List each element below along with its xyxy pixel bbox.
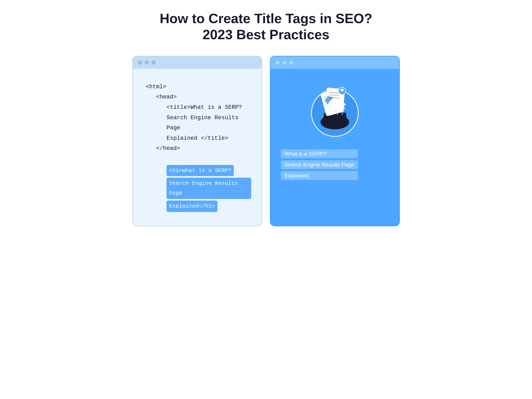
h1-highlight-2: Search Engine Results Page — [167, 178, 251, 199]
window-dot-4 — [276, 61, 280, 65]
code-line-title-1: <title>What is a SERP? — [146, 102, 251, 113]
serp-illustration — [304, 77, 366, 139]
svg-rect-7 — [343, 112, 346, 119]
serp-labels: What is a SERP? Search Engine Results Pa… — [278, 149, 358, 180]
code-highlight-3: Explained</h1> — [146, 200, 251, 213]
serp-card-titlebar — [270, 56, 399, 69]
serp-label-3: Explained — [281, 171, 358, 180]
code-highlight-1: <h1>What is a SERP? — [146, 164, 251, 177]
h1-highlight-1: <h1>What is a SERP? — [167, 165, 234, 176]
window-dot-3 — [151, 61, 156, 65]
code-line-title-3: Explained </title> — [146, 133, 251, 144]
window-dot-5 — [282, 61, 287, 65]
code-line-head-open: <head> — [146, 92, 251, 102]
code-line-html: <html> — [146, 82, 251, 92]
cards-container: <html> <head> <title>What is a SERP? Sea… — [123, 56, 409, 226]
code-block: <html> <head> <title>What is a SERP? Sea… — [146, 82, 251, 213]
serp-card: What is a SERP? Search Engine Results Pa… — [270, 56, 400, 226]
serp-card-body: What is a SERP? Search Engine Results Pa… — [270, 69, 399, 190]
window-dot-1 — [138, 61, 142, 65]
illustration-area — [278, 69, 391, 144]
h1-highlight-3: Explained</h1> — [167, 201, 217, 212]
code-line-title-2: Search Engine Results Page — [146, 113, 251, 133]
code-card-body: <html> <head> <title>What is a SERP? Sea… — [133, 69, 262, 226]
window-dot-6 — [289, 61, 293, 65]
code-card-titlebar — [133, 56, 262, 69]
code-highlight-2: Search Engine Results Page — [146, 177, 251, 200]
code-line-head-close: </head> — [146, 143, 251, 154]
serp-label-1: What is a SERP? — [281, 149, 358, 158]
serp-label-2: Search Engine Results Page — [281, 160, 358, 169]
window-dot-2 — [145, 61, 149, 65]
code-card: <html> <head> <title>What is a SERP? Sea… — [132, 56, 262, 226]
page-title: How to Create Title Tags in SEO? 2023 Be… — [160, 10, 373, 43]
